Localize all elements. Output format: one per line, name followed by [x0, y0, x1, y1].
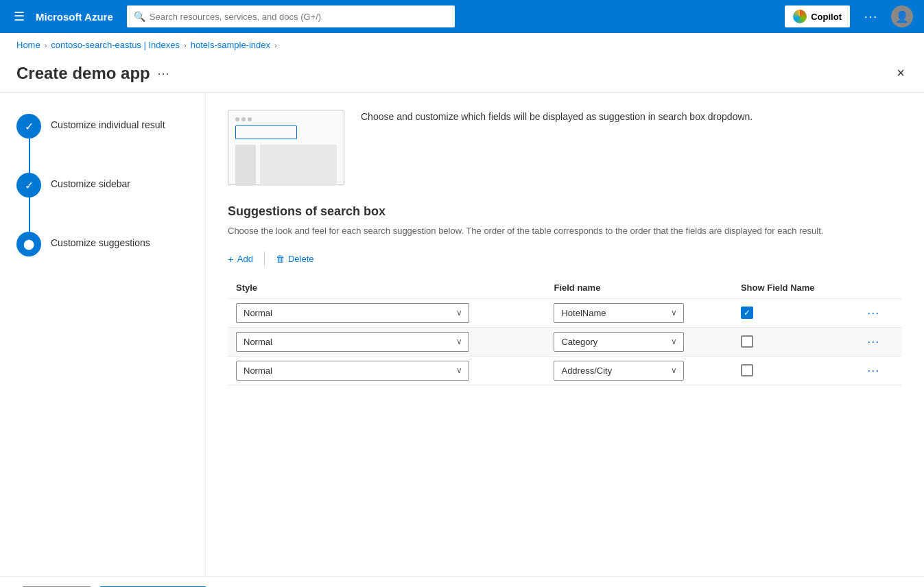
main-content: ✓ Customize individual result ✓ Customiz… [0, 93, 924, 576]
row-0-style-select[interactable]: NormalBoldItalic [236, 303, 469, 323]
footer: Previous Create demo app [0, 576, 924, 587]
hamburger-icon[interactable]: ☰ [11, 6, 27, 27]
mockup-dots [235, 117, 337, 121]
breadcrumb: Home › contoso-search-eastus | Indexes ›… [0, 33, 924, 57]
row-2-more-button[interactable]: ··· [863, 362, 884, 379]
row-0-checkbox[interactable]: ✓ [741, 307, 753, 319]
delete-button[interactable]: 🗑 Delete [276, 251, 314, 267]
suggestions-table: Style Field name Show Field Name NormalB… [228, 277, 902, 385]
search-input[interactable] [150, 12, 448, 22]
mockup-dot-3 [248, 117, 252, 121]
table-row: NormalBoldItalicHotelNameCategoryAddress… [228, 298, 902, 327]
preview-description: Choose and customize which fields will b… [361, 110, 753, 124]
preview-area: Choose and customize which fields will b… [228, 110, 902, 185]
delete-icon: 🗑 [276, 254, 285, 264]
preview-mockup [228, 110, 344, 185]
col-header-field: Field name [545, 277, 732, 299]
avatar[interactable]: 👤 [891, 5, 913, 27]
col-header-show: Show Field Name [733, 277, 855, 299]
mockup-content [235, 145, 337, 186]
breadcrumb-home[interactable]: Home [16, 40, 40, 50]
step-3-item: ⬤ Customize suggestions [16, 232, 189, 256]
copilot-icon [793, 10, 807, 23]
delete-label: Delete [288, 254, 314, 264]
step-2-circle: ✓ [16, 173, 41, 197]
col-header-style: Style [228, 277, 545, 299]
steps-sidebar: ✓ Customize individual result ✓ Customiz… [0, 93, 206, 576]
row-2-checkbox[interactable] [741, 364, 753, 376]
step-1-item: ✓ Customize individual result [16, 114, 189, 139]
search-icon: 🔍 [134, 11, 145, 22]
row-0-more-button[interactable]: ··· [863, 304, 884, 322]
page-title: Create demo app [16, 64, 150, 83]
breadcrumb-indexes[interactable]: contoso-search-eastus | Indexes [51, 40, 180, 50]
mockup-dot-1 [235, 117, 239, 121]
table-header-row: Style Field name Show Field Name [228, 277, 902, 299]
breadcrumb-sep-2: › [184, 41, 187, 49]
step-connector-2 [29, 197, 30, 232]
nav-more-icon[interactable]: ⋯ [858, 5, 883, 27]
row-0-field-select[interactable]: HotelNameCategoryAddress/CityDescription… [554, 303, 684, 323]
right-panel: Choose and customize which fields will b… [206, 93, 924, 576]
top-nav: ☰ Microsoft Azure 🔍 Copilot ⋯ 👤 [0, 0, 924, 33]
row-1-more-button[interactable]: ··· [863, 333, 884, 350]
add-label: Add [237, 254, 253, 264]
step-2-label: Customize sidebar [51, 173, 130, 189]
row-2-field-select[interactable]: HotelNameCategoryAddress/CityDescription… [554, 361, 684, 381]
breadcrumb-sep-3: › [274, 41, 277, 49]
copilot-label: Copilot [811, 12, 842, 22]
section-description: Choose the look and feel for each search… [228, 224, 902, 238]
page-header: Create demo app ⋯ × [0, 57, 924, 93]
breadcrumb-sep-1: › [45, 41, 47, 49]
mockup-searchbar [235, 125, 297, 139]
step-2-item: ✓ Customize sidebar [16, 173, 189, 197]
section-title: Suggestions of search box [228, 204, 902, 219]
mockup-dot-2 [241, 117, 246, 121]
add-icon: + [228, 253, 234, 265]
mockup-sidebar-block [235, 145, 256, 186]
table-row: NormalBoldItalicHotelNameCategoryAddress… [228, 327, 902, 356]
step-connector-1 [29, 139, 30, 173]
col-header-more [855, 277, 902, 299]
copilot-button[interactable]: Copilot [785, 5, 850, 27]
step-1-label: Customize individual result [51, 114, 165, 130]
row-1-field-select[interactable]: HotelNameCategoryAddress/CityDescription… [554, 332, 684, 352]
step-1-circle: ✓ [16, 114, 41, 139]
row-2-style-select[interactable]: NormalBoldItalic [236, 361, 469, 381]
breadcrumb-index[interactable]: hotels-sample-index [191, 40, 270, 50]
row-1-checkbox[interactable] [741, 335, 753, 348]
search-bar[interactable]: 🔍 [127, 5, 455, 27]
app-title: Microsoft Azure [36, 11, 113, 23]
row-1-style-select[interactable]: NormalBoldItalic [236, 332, 469, 352]
toolbar: + Add 🗑 Delete [228, 250, 902, 267]
step-3-label: Customize suggestions [51, 232, 150, 248]
step-3-circle: ⬤ [16, 232, 41, 256]
toolbar-separator [264, 252, 265, 265]
page-title-more-icon[interactable]: ⋯ [157, 66, 169, 81]
mockup-main-block [260, 145, 337, 186]
add-button[interactable]: + Add [228, 250, 253, 267]
close-button[interactable]: × [894, 62, 908, 84]
table-row: NormalBoldItalicHotelNameCategoryAddress… [228, 356, 902, 385]
